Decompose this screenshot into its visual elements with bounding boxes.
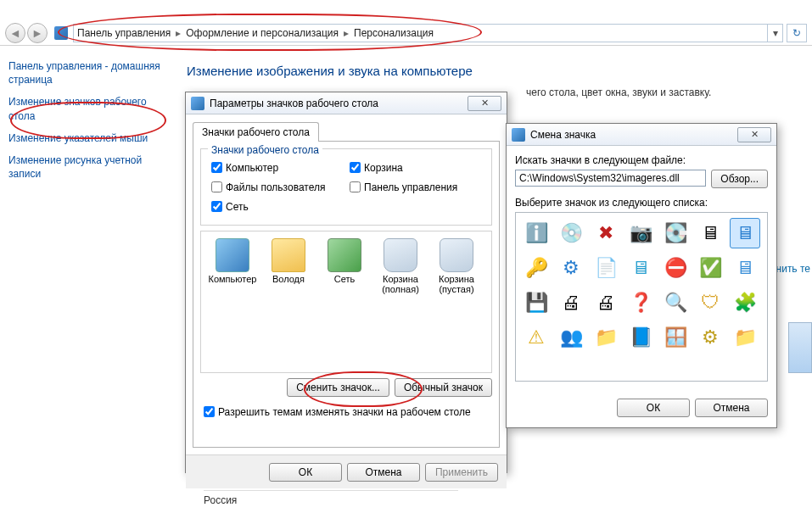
folder-grey-icon[interactable]: 📁 xyxy=(591,322,621,353)
search-folder-icon[interactable]: 🔍 xyxy=(660,287,691,318)
chevron-right-icon: ▸ xyxy=(344,27,349,39)
dialog-icon xyxy=(191,97,204,110)
breadcrumb-item[interactable]: Панель управления xyxy=(77,27,171,39)
address-dropdown[interactable]: ▾ xyxy=(768,24,783,42)
printer-icon[interactable]: 🖨 xyxy=(591,287,621,318)
network-icon xyxy=(328,238,361,272)
breadcrumb[interactable]: Панель управления▸ Оформление и персонал… xyxy=(73,24,768,42)
cancel-button[interactable]: Отмена xyxy=(695,399,768,417)
dialog-titlebar[interactable]: Смена значка ✕ xyxy=(507,124,776,146)
scanner-icon[interactable]: 🖨 xyxy=(556,287,586,318)
camera-icon[interactable]: 📷 xyxy=(625,218,656,248)
file-path-input[interactable] xyxy=(515,170,706,187)
computer-icon xyxy=(216,238,249,272)
tab-desktop-icons[interactable]: Значки рабочего стола xyxy=(193,122,319,142)
gear-blue-icon[interactable]: ⚙ xyxy=(556,253,586,283)
key-icon[interactable]: 🔑 xyxy=(521,253,552,283)
desktop-icons-groupbox: Значки рабочего стола Компьютер Корзина … xyxy=(200,148,492,226)
breadcrumb-item[interactable]: Персонализация xyxy=(354,27,434,39)
groupbox-legend: Значки рабочего стола xyxy=(208,144,322,156)
close-button[interactable]: ✕ xyxy=(737,127,771,142)
chevron-right-icon: ▸ xyxy=(176,27,181,39)
truncated-link[interactable]: нить те xyxy=(776,263,810,275)
document-icon[interactable]: 📄 xyxy=(591,253,621,283)
browse-button[interactable]: Обзор... xyxy=(711,170,768,188)
dialog-titlebar[interactable]: Параметры значков рабочего стола ✕ xyxy=(186,92,507,114)
cancel-button[interactable]: Отмена xyxy=(347,463,420,482)
icon-preview-list: Компьютер Володя Сеть Корзина (полная) К… xyxy=(200,231,492,373)
ok-button[interactable]: ОК xyxy=(617,399,690,417)
file-path-label: Искать значки в следующем файле: xyxy=(515,154,768,166)
window-icon[interactable]: 🪟 xyxy=(660,322,691,353)
desktop-icon-settings-dialog: Параметры значков рабочего стола ✕ Значк… xyxy=(185,92,507,473)
drive-icon[interactable]: 💽 xyxy=(660,218,691,248)
refresh-button[interactable]: ↻ xyxy=(787,24,807,42)
select-icon-label: Выберите значок из следующего списка: xyxy=(515,197,768,209)
apply-button[interactable]: Применить xyxy=(425,463,498,482)
help-icon[interactable]: ❓ xyxy=(625,287,656,318)
nav-forward-button[interactable]: ► xyxy=(27,23,48,43)
sidebar-link-mouse-pointers[interactable]: Изменение указателей мыши xyxy=(8,131,170,145)
disc-icon[interactable]: 💿 xyxy=(556,218,586,248)
recycle-bin-full-icon xyxy=(384,238,417,272)
breadcrumb-item[interactable]: Оформление и персонализация xyxy=(186,27,339,39)
monitor-selected-icon[interactable]: 🖥 xyxy=(730,218,760,248)
sidebar-link-account-picture[interactable]: Изменение рисунка учетной записи xyxy=(8,153,170,181)
sidebar: Панель управления - домашняя страница Из… xyxy=(8,59,170,189)
restore-default-button[interactable]: Обычный значок xyxy=(395,378,492,397)
checkbox-user-files[interactable]: Файлы пользователя xyxy=(208,179,346,195)
disk-icon[interactable]: 💾 xyxy=(521,287,552,318)
monitor-dark-icon[interactable]: 🖥 xyxy=(695,218,725,248)
users-icon[interactable]: 👥 xyxy=(556,322,586,353)
checkbox-network[interactable]: Сеть xyxy=(208,198,346,215)
dialog-title: Смена значка xyxy=(530,129,596,141)
checkbox-computer[interactable]: Компьютер xyxy=(208,159,346,176)
gear-icon[interactable]: ⚙ xyxy=(695,322,725,353)
error-icon[interactable]: ⛔ xyxy=(660,253,691,283)
icon-item-computer[interactable]: Компьютер xyxy=(204,238,260,294)
ok-button[interactable]: ОК xyxy=(269,463,342,482)
check-icon[interactable]: ✅ xyxy=(695,253,725,283)
checkbox-control-panel[interactable]: Панель управления xyxy=(346,179,484,195)
folder-icon[interactable]: 📁 xyxy=(730,322,760,353)
shield-icon[interactable]: 🛡 xyxy=(695,287,725,318)
sidebar-home-link[interactable]: Панель управления - домашняя страница xyxy=(8,59,170,86)
close-button[interactable]: ✕ xyxy=(468,96,501,111)
change-icon-button[interactable]: Сменить значок... xyxy=(287,378,389,397)
theme-name-label: Россия xyxy=(204,490,458,506)
recycle-bin-empty-icon xyxy=(440,238,473,272)
dialog-icon xyxy=(512,128,525,142)
icon-grid-container[interactable]: ℹ️💿✖📷💽🖥🖥🔑⚙📄🖥⛔✅🖥💾🖨🖨❓🔍🛡🧩⚠👥📁📘🪟⚙📁 xyxy=(515,212,768,382)
book-icon[interactable]: 📘 xyxy=(625,322,656,353)
change-icon-dialog: Смена значка ✕ Искать значки в следующем… xyxy=(506,123,777,428)
address-bar: ◄ ► Панель управления▸ Оформление и перс… xyxy=(0,20,812,46)
dialog-title: Параметры значков рабочего стола xyxy=(210,98,378,109)
icon-item-user[interactable]: Володя xyxy=(260,238,316,294)
display-icon[interactable]: 🖥 xyxy=(625,253,656,283)
page-title: Изменение изображения и звука на компьют… xyxy=(187,64,804,78)
checkbox-allow-themes[interactable]: Разрешить темам изменять значки на рабоч… xyxy=(200,404,492,420)
icon-item-bin-empty[interactable]: Корзина (пустая) xyxy=(428,238,484,294)
theme-thumbnail[interactable] xyxy=(788,322,812,373)
icon-item-bin-full[interactable]: Корзина (полная) xyxy=(372,238,428,294)
control-panel-icon xyxy=(54,26,68,40)
icon-item-network[interactable]: Сеть xyxy=(316,238,372,294)
warning-icon[interactable]: ⚠ xyxy=(521,322,552,353)
checkbox-recycle-bin[interactable]: Корзина xyxy=(346,159,484,176)
sidebar-link-desktop-icons[interactable]: Изменение значков рабочего стола xyxy=(8,95,170,122)
nav-back-button[interactable]: ◄ xyxy=(5,23,25,43)
red-x-icon[interactable]: ✖ xyxy=(591,218,621,248)
user-folder-icon xyxy=(272,238,305,272)
info-icon[interactable]: ℹ️ xyxy=(521,218,552,248)
screen-icon[interactable]: 🖥 xyxy=(730,253,760,283)
puzzle-icon[interactable]: 🧩 xyxy=(730,287,760,318)
